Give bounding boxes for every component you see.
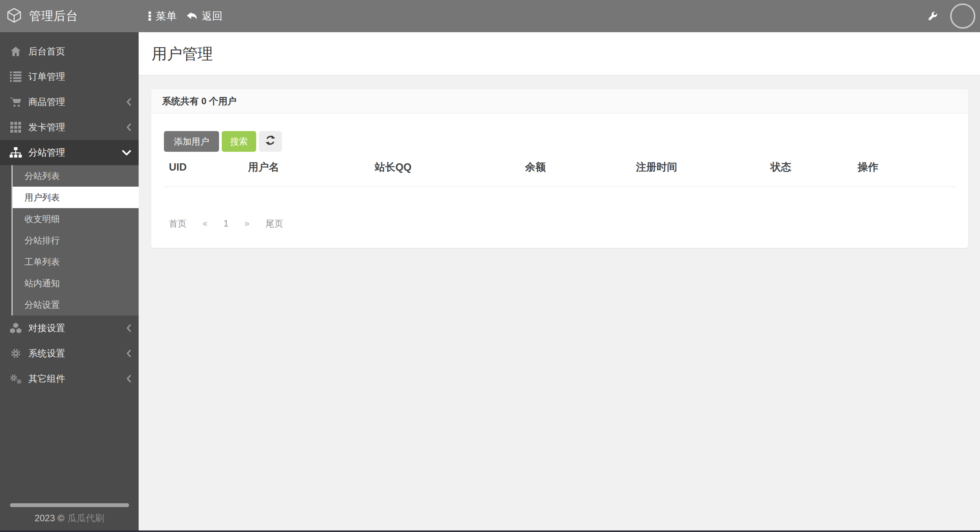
sidebar-footer: 2023 ©瓜瓜代刷 (0, 490, 139, 532)
sidebar-item-label: 分站管理 (28, 146, 122, 159)
cubes-icon (9, 323, 22, 333)
gears-icon (9, 373, 22, 384)
add-user-button[interactable]: 添加用户 (164, 131, 219, 152)
window-bottom-edge (0, 530, 980, 532)
pagination-prev[interactable]: « (203, 218, 208, 229)
cart-icon (9, 97, 22, 107)
col-header-uid: UID (164, 154, 243, 187)
sidebar-item-label: 其它组件 (28, 373, 126, 385)
avatar[interactable] (950, 3, 975, 29)
ellipsis-v-icon (148, 11, 151, 21)
refresh-icon (265, 135, 276, 148)
chevron-down-icon (122, 150, 131, 156)
toolbar: 添加用户 搜索 (164, 131, 955, 152)
submenu-item-ticket-list[interactable]: 工单列表 (13, 251, 139, 273)
home-icon (9, 46, 22, 57)
submenu-item-user-list[interactable]: 用户列表 (13, 187, 139, 208)
sidebar-item-label: 后台首页 (28, 45, 131, 57)
sidebar-item-other-components[interactable]: 其它组件 (0, 366, 139, 391)
pagination-page-1[interactable]: 1 (224, 218, 229, 229)
substations-submenu: 分站列表 用户列表 收支明细 分站排行 工单列表 站内通知 分站设置 (0, 165, 139, 315)
chevron-left-icon (126, 98, 131, 106)
back-link[interactable]: 返回 (187, 9, 223, 23)
brand-logo[interactable]: 管理后台 (0, 0, 139, 32)
pagination-next[interactable]: » (245, 218, 250, 229)
pagination-last[interactable]: 尾页 (265, 218, 283, 230)
sitemap-icon (9, 147, 22, 158)
sidebar-menu: 后台首页 订单管理 (0, 32, 139, 391)
sidebar-item-api-settings[interactable]: 对接设置 (0, 315, 139, 341)
users-table-head: UID 用户名 站长QQ 余额 注册时间 状态 操作 (164, 154, 955, 187)
page-title: 用户管理 (152, 43, 213, 64)
sidebar-item-orders[interactable]: 订单管理 (0, 64, 139, 89)
panel-header: 系统共有 0 个用户 (151, 89, 968, 113)
sidebar-item-substations[interactable]: 分站管理 (0, 140, 139, 165)
col-header-balance: 余额 (520, 154, 631, 187)
col-header-username: 用户名 (243, 154, 370, 187)
col-header-qq: 站长QQ (370, 154, 520, 187)
topbar-nav: 菜单 返回 (139, 9, 232, 23)
submenu-item-site-settings[interactable]: 分站设置 (13, 294, 139, 315)
submenu-item-site-rank[interactable]: 分站排行 (13, 230, 139, 251)
content-body: 系统共有 0 个用户 添加用户 搜索 (139, 76, 980, 248)
list-icon (9, 71, 22, 82)
col-header-status: 状态 (766, 154, 852, 187)
col-header-register-time: 注册时间 (631, 154, 766, 187)
chevron-left-icon (126, 349, 131, 358)
sidebar-item-system-settings[interactable]: 系统设置 (0, 341, 139, 366)
copyright-site: 瓜瓜代刷 (67, 513, 104, 523)
sidebar-item-cards[interactable]: 发卡管理 (0, 115, 139, 140)
sidebar: 后台首页 订单管理 (0, 32, 139, 532)
submenu-item-site-notice[interactable]: 站内通知 (13, 273, 139, 294)
grid-icon (9, 122, 22, 133)
copyright-year: 2023 © (34, 513, 64, 523)
col-header-actions: 操作 (852, 154, 955, 187)
chevron-left-icon (126, 324, 131, 332)
topbar: 管理后台 菜单 返回 (0, 0, 980, 32)
submenu-item-finance-detail[interactable]: 收支明细 (13, 208, 139, 230)
sidebar-item-label: 对接设置 (28, 322, 126, 334)
users-table: UID 用户名 站长QQ 余额 注册时间 状态 操作 (164, 154, 955, 187)
sidebar-item-label: 订单管理 (28, 71, 131, 83)
menu-toggle-link[interactable]: 菜单 (148, 9, 177, 23)
sidebar-item-products[interactable]: 商品管理 (0, 89, 139, 115)
admin-app: 管理后台 菜单 返回 (0, 0, 980, 532)
table-header-row: UID 用户名 站长QQ 余额 注册时间 状态 操作 (164, 154, 955, 187)
chevron-left-icon (126, 123, 131, 131)
pagination: 首页 « 1 » 尾页 (164, 218, 955, 230)
gear-icon (9, 348, 22, 359)
cube-icon (6, 7, 22, 25)
main-content: 用户管理 系统共有 0 个用户 添加用户 搜索 (139, 32, 980, 532)
chevron-left-icon (126, 374, 131, 383)
sidebar-item-dashboard[interactable]: 后台首页 (0, 39, 139, 64)
brand-title: 管理后台 (29, 8, 78, 24)
content-header: 用户管理 (139, 32, 980, 76)
topbar-right (927, 3, 980, 29)
search-button[interactable]: 搜索 (222, 131, 256, 152)
sidebar-scrollbar[interactable] (10, 503, 129, 507)
sidebar-item-label: 系统设置 (28, 347, 126, 360)
refresh-button[interactable] (259, 131, 282, 152)
copyright: 2023 ©瓜瓜代刷 (0, 512, 139, 524)
wrench-icon[interactable] (927, 11, 938, 21)
menu-toggle-label: 菜单 (156, 9, 177, 23)
sidebar-item-label: 发卡管理 (28, 121, 126, 133)
undo-arrow-icon (187, 12, 197, 20)
back-label: 返回 (202, 9, 223, 23)
sidebar-item-label: 商品管理 (28, 96, 126, 108)
panel-body: 添加用户 搜索 (151, 113, 968, 248)
submenu-item-site-list[interactable]: 分站列表 (13, 165, 139, 187)
users-panel: 系统共有 0 个用户 添加用户 搜索 (151, 89, 968, 248)
pagination-first[interactable]: 首页 (169, 218, 187, 230)
